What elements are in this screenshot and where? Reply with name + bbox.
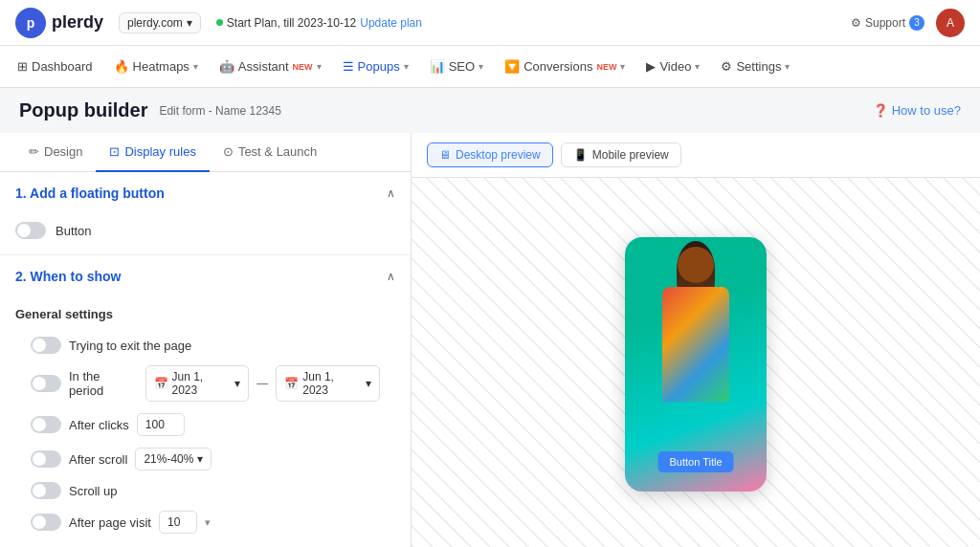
nav-video-label: Video <box>659 59 691 74</box>
breadcrumb: Edit form - Name 12345 <box>159 104 280 118</box>
nav-conversions-label: Conversions <box>523 59 592 74</box>
date-to-input[interactable]: 📅 Jun 1, 2023 ▾ <box>276 365 380 402</box>
button-toggle-row: Button <box>0 214 411 247</box>
after-clicks-input[interactable] <box>137 413 185 436</box>
chevron-down-icon: ▾ <box>234 377 240 390</box>
nav-popups[interactable]: ☰ Popups ▾ <box>333 54 418 79</box>
after-page-visit-label: After page visit <box>69 515 151 530</box>
chevron-down-icon: ▾ <box>187 16 192 30</box>
after-page-visit-toggle[interactable] <box>31 514 61 531</box>
panel-content: 1. Add a floating button ∧ Button 2. Whe… <box>0 172 411 547</box>
main-layout: ✏ Design ⊡ Display rules ⊙ Test & Launch… <box>0 133 980 547</box>
top-bar: p plerdy plerdy.com ▾ Start Plan, till 2… <box>0 0 980 46</box>
tab-display-rules[interactable]: ⊡ Display rules <box>96 133 209 172</box>
scroll-up-toggle[interactable] <box>31 482 61 499</box>
general-settings-title: General settings <box>15 307 395 321</box>
after-clicks-toggle[interactable] <box>31 416 61 433</box>
nav-assistant[interactable]: 🤖 Assistant NEW ▾ <box>210 54 331 79</box>
calendar-icon: 📅 <box>284 377 299 390</box>
launch-icon: ⊙ <box>223 144 234 159</box>
scroll-value: 21%-40% <box>144 452 193 466</box>
chevron-down-icon: ▾ <box>197 452 203 466</box>
nav-seo[interactable]: 📊 SEO ▾ <box>420 54 493 79</box>
after-page-visit-row: After page visit ▾ <box>15 505 395 539</box>
pencil-icon: ✏ <box>29 144 39 159</box>
section-when-to-show: 2. When to show ∧ General settings Tryin… <box>0 255 411 547</box>
nav-dashboard-label: Dashboard <box>32 59 93 74</box>
new-badge: NEW <box>596 62 616 72</box>
in-period-row: In the period 📅 Jun 1, 2023 ▾ — 📅 Jun 1,… <box>15 360 395 407</box>
preview-area: Button Title <box>412 178 980 547</box>
date-from-value: Jun 1, 2023 <box>172 370 232 397</box>
chevron-up-icon: ∧ <box>387 270 395 283</box>
left-panel: ✏ Design ⊡ Display rules ⊙ Test & Launch… <box>0 133 412 547</box>
desktop-preview-button[interactable]: 🖥 Desktop preview <box>427 142 553 167</box>
chevron-down-icon: ▾ <box>695 61 700 72</box>
support-label: Support <box>865 16 905 30</box>
nav-heatmaps-label: Heatmaps <box>133 59 189 74</box>
settings-icon: ⚙ <box>721 59 732 74</box>
nav-popups-label: Popups <box>358 59 400 74</box>
after-scroll-toggle[interactable] <box>31 450 61 468</box>
section-when-to-show-header[interactable]: 2. When to show ∧ <box>0 255 411 297</box>
chevron-down-icon: ▾ <box>317 61 322 72</box>
plan-text: Start Plan, till 2023-10-12 <box>227 16 356 30</box>
after-scroll-select[interactable]: 21%-40% ▾ <box>135 448 212 470</box>
section-add-floating-header[interactable]: 1. Add a floating button ∧ <box>0 172 411 214</box>
domain-text: plerdy.com <box>127 16 183 30</box>
nav-conversions[interactable]: 🔽 Conversions NEW ▾ <box>495 54 635 79</box>
chevron-down-icon: ▾ <box>620 61 625 72</box>
in-period-toggle[interactable] <box>31 375 61 392</box>
plan-status-dot <box>216 19 223 26</box>
nav-heatmaps[interactable]: 🔥 Heatmaps ▾ <box>104 54 208 79</box>
avatar[interactable]: A <box>936 9 965 37</box>
calendar-icon: 📅 <box>154 377 168 390</box>
logo[interactable]: p plerdy <box>15 8 103 38</box>
tab-bar: ✏ Design ⊡ Display rules ⊙ Test & Launch <box>0 133 411 172</box>
preview-toolbar: 🖥 Desktop preview 📱 Mobile preview <box>412 133 980 178</box>
chevron-down-icon: ▾ <box>785 61 790 72</box>
date-separator: — <box>256 377 268 390</box>
tab-test-launch-label: Test & Launch <box>238 144 317 159</box>
how-to-use-button[interactable]: ❓ How to use? <box>873 103 961 118</box>
page-title: Popup builder <box>19 99 147 121</box>
section-add-floating: 1. Add a floating button ∧ Button <box>0 172 411 255</box>
heatmaps-icon: 🔥 <box>114 59 129 74</box>
domain-selector[interactable]: plerdy.com ▾ <box>119 12 201 33</box>
plan-badge: Start Plan, till 2023-10-12 Update plan <box>216 16 422 30</box>
date-from-input[interactable]: 📅 Jun 1, 2023 ▾ <box>145 365 250 402</box>
section-when-to-show-title: 2. When to show <box>15 269 121 284</box>
exit-page-toggle[interactable] <box>31 337 61 354</box>
general-settings-subsection: General settings Trying to exit the page… <box>0 297 411 547</box>
button-toggle[interactable] <box>15 222 46 239</box>
assistant-icon: 🤖 <box>219 59 234 74</box>
nav-settings-label: Settings <box>736 59 781 74</box>
scroll-up-label: Scroll up <box>69 484 118 498</box>
tab-test-launch[interactable]: ⊙ Test & Launch <box>210 133 330 172</box>
tab-design[interactable]: ✏ Design <box>15 133 96 172</box>
conversions-icon: 🔽 <box>504 59 520 74</box>
top-bar-right: ⚙ Support 3 A <box>851 9 965 37</box>
desktop-preview-label: Desktop preview <box>456 148 541 162</box>
chevron-down-icon: ▾ <box>366 377 371 390</box>
nav-assistant-label: Assistant <box>238 59 289 74</box>
support-button[interactable]: ⚙ Support 3 <box>851 15 924 31</box>
page-header: Popup builder Edit form - Name 12345 ❓ H… <box>0 88 980 133</box>
nav-settings[interactable]: ⚙ Settings ▾ <box>711 54 799 79</box>
in-period-label: In the period <box>69 369 138 398</box>
scroll-up-row: Scroll up <box>15 476 395 505</box>
section-add-floating-title: 1. Add a floating button <box>15 186 165 201</box>
after-page-visit-input[interactable] <box>159 511 197 534</box>
phone-mockup: Button Title <box>625 237 767 492</box>
page-header-left: Popup builder Edit form - Name 12345 <box>19 99 281 121</box>
chevron-down-icon: ▾ <box>479 61 483 72</box>
nav-dashboard[interactable]: ⊞ Dashboard <box>8 54 102 79</box>
desktop-icon: 🖥 <box>439 148 451 162</box>
update-plan-link[interactable]: Update plan <box>360 16 422 30</box>
dashboard-icon: ⊞ <box>17 59 28 74</box>
mobile-preview-button[interactable]: 📱 Mobile preview <box>561 142 681 167</box>
tab-design-label: Design <box>44 144 82 159</box>
nav-video[interactable]: ▶ Video ▾ <box>636 54 709 79</box>
rules-icon: ⊡ <box>109 144 120 159</box>
mobile-icon: 📱 <box>573 148 588 162</box>
